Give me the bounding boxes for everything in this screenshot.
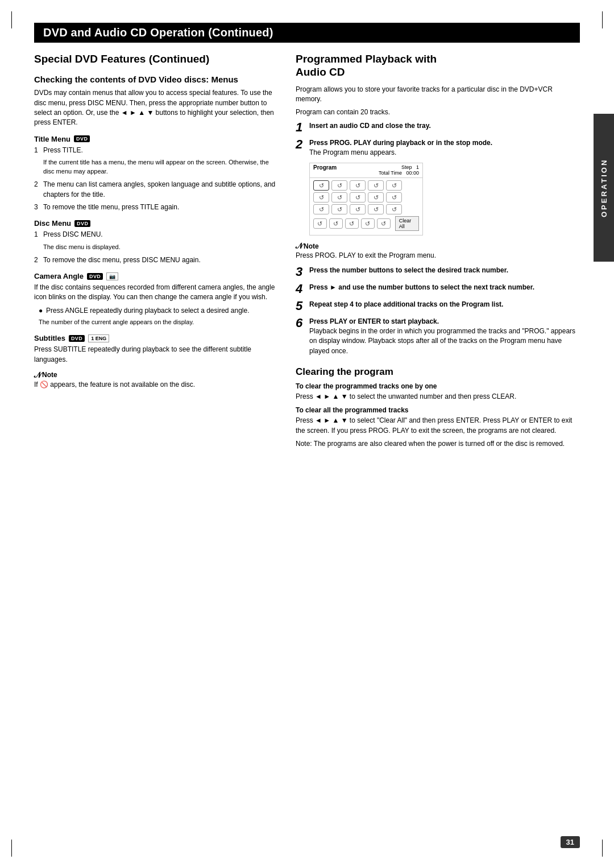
step-6-number: 6 — [296, 317, 306, 329]
step-4-text: Press ► and use the number buttons to se… — [309, 283, 534, 291]
item-text: Press DISC MENU. — [43, 230, 103, 238]
item-text: Press TITLE. — [43, 146, 83, 154]
item-num: 3 — [34, 202, 38, 212]
item-text: To remove the disc menu, press DISC MENU… — [43, 256, 201, 264]
prog-cell: ↺ — [345, 218, 359, 229]
note-label: Note — [42, 371, 57, 379]
disc-menu-item-1: 1 Press DISC MENU. — [34, 230, 279, 239]
clear-all-button[interactable]: Clear All — [395, 216, 419, 231]
program-row-1: ↺ ↺ ↺ ↺ ↺ — [313, 180, 419, 191]
step-6-text: Press PLAY or ENTER to start playback. — [309, 317, 439, 325]
prog-cell: ↺ — [313, 218, 327, 229]
step-label: Step — [401, 164, 412, 170]
step-2-row: 2 Press PROG. PLAY during playback or in… — [296, 138, 580, 158]
left-column: Special DVD Features (Continued) Checkin… — [34, 53, 279, 453]
bullet-dot-icon: ● — [39, 306, 43, 316]
clear-all-note: Note: The programs are also cleared when… — [296, 439, 580, 449]
item-num: 1 — [34, 146, 38, 155]
step-4-content: Press ► and use the number buttons to se… — [309, 283, 580, 292]
camera-angle-intro: If the disc contains sequences recorded … — [34, 283, 279, 303]
program-row-4: ↺ ↺ ↺ ↺ ↺ Clear All — [313, 216, 419, 231]
step-5-container: 5 Repeat step 4 to place additional trac… — [296, 300, 580, 312]
step-6-content: Press PLAY or ENTER to start playback. P… — [309, 317, 580, 357]
step-2-number: 2 — [296, 138, 306, 151]
step-6-sub: Playback begins in the order in which yo… — [309, 327, 575, 355]
disc-menu-dvd-badge: DVD — [74, 220, 90, 227]
right-note-icon: 𝒩 — [296, 241, 302, 251]
prog-cell: ↺ — [377, 218, 391, 229]
step-1-text: Insert an audio CD and close the tray. — [309, 122, 431, 130]
checking-subsection-title: Checking the contents of DVD Video discs… — [34, 74, 279, 85]
item-sub-text: If the current title has a menu, the men… — [43, 158, 279, 176]
clearing-title: Clearing the program — [296, 366, 580, 378]
disc-menu-label: Disc Menu — [34, 219, 71, 228]
camera-angle-bullet: ● Press ANGLE repeatedly during playback… — [34, 306, 279, 316]
page-header: DVD and Audio CD Operation (Continued) — [34, 23, 580, 43]
title-menu-item-1-sub: If the current title has a menu, the men… — [34, 158, 279, 176]
step-6-row: 6 Press PLAY or ENTER to start playback.… — [296, 317, 580, 357]
clear-one-by-one-text: Press ◄ ► ▲ ▼ to select the unwanted num… — [296, 392, 580, 402]
step-value: 1 — [416, 164, 419, 170]
step-2-container: 2 Press PROG. PLAY during playback or in… — [296, 138, 580, 235]
note-icon: 𝒩 — [34, 370, 40, 380]
program-row-3: ↺ ↺ ↺ ↺ ↺ — [313, 204, 419, 214]
prog-cell: ↺ — [386, 192, 402, 202]
bullet-sub-text: The number of the current angle appears … — [39, 318, 279, 327]
prog-cell: ↺ — [350, 204, 366, 214]
prog-cell: ↺ — [386, 204, 402, 214]
note-heading: 𝒩 Note — [34, 370, 279, 380]
step-1-container: 1 Insert an audio CD and close the tray. — [296, 121, 580, 134]
step-info: Step 1 Total Time 00:00 — [379, 164, 419, 177]
disc-menu-item-2: 2 To remove the disc menu, press DISC ME… — [34, 255, 279, 265]
title-menu-heading: Title Menu DVD — [34, 135, 279, 143]
prog-cell: ↺ — [313, 180, 329, 191]
right-column: Programmed Playback with Audio CD Progra… — [296, 53, 580, 453]
disc-menu-item-1-sub: The disc menu is displayed. — [34, 243, 279, 252]
right-intro-2: Program can contain 20 tracks. — [296, 108, 580, 117]
title-menu-dvd-badge: DVD — [74, 135, 90, 142]
subtitles-dvd-badge: DVD — [69, 335, 85, 342]
camera-angle-bullet-sub: The number of the current angle appears … — [34, 318, 279, 327]
prog-cell: ↺ — [331, 180, 347, 191]
step-5-content: Repeat step 4 to place additional tracks… — [309, 300, 580, 309]
title-menu-label: Title Menu — [34, 135, 70, 143]
step-5-number: 5 — [296, 300, 306, 312]
step-1-content: Insert an audio CD and close the tray. — [309, 121, 580, 131]
step-4-number: 4 — [296, 283, 306, 295]
step-4-row: 4 Press ► and use the number buttons to … — [296, 283, 580, 295]
step-3-content: Press the number buttons to select the d… — [309, 266, 580, 275]
camera-angle-label: Camera Angle — [34, 272, 84, 280]
prog-cell: ↺ — [331, 192, 347, 202]
program-menu-header: Program Step 1 Total Time 00:00 — [310, 163, 422, 179]
disc-menu-heading: Disc Menu DVD — [34, 219, 279, 228]
prog-cell: ↺ — [331, 204, 347, 214]
subtitles-icon: 1 ENG — [88, 334, 109, 342]
camera-angle-heading: Camera Angle DVD 📷 — [34, 272, 279, 280]
bullet-text: Press ANGLE repeatedly during playback t… — [46, 306, 250, 316]
item-text: The menu can list camera angles, spoken … — [43, 180, 275, 198]
note-text: If 🚫 appears, the feature is not availab… — [34, 380, 279, 390]
step-5-row: 5 Repeat step 4 to place additional trac… — [296, 300, 580, 312]
step-4-container: 4 Press ► and use the number buttons to … — [296, 283, 580, 295]
checking-intro: DVDs may contain menus that allow you to… — [34, 88, 279, 128]
step-2-content: Press PROG. PLAY during playback or in t… — [309, 138, 580, 158]
step-3-container: 3 Press the number buttons to select the… — [296, 266, 580, 278]
subtitles-label: Subtitles — [34, 334, 65, 342]
step-2-text-bold: Press PROG. PLAY during playback or in t… — [309, 139, 492, 147]
main-columns: Special DVD Features (Continued) Checkin… — [34, 53, 580, 453]
subtitles-note: 𝒩 Note If 🚫 appears, the feature is not … — [34, 370, 279, 390]
step-1-number: 1 — [296, 121, 306, 134]
right-note-label: Note — [304, 242, 319, 250]
step-1-row: 1 Insert an audio CD and close the tray. — [296, 121, 580, 134]
title-menu-item-1: 1 Press TITLE. — [34, 146, 279, 155]
clear-all-text: Press ◄ ► ▲ ▼ to select "Clear All" and … — [296, 416, 580, 436]
program-grid: ↺ ↺ ↺ ↺ ↺ ↺ ↺ ↺ ↺ ↺ — [310, 178, 422, 235]
item-num: 1 — [34, 230, 38, 239]
page: DVD and Audio CD Operation (Continued) S… — [0, 0, 614, 868]
total-time-label: Total Time — [379, 170, 402, 176]
total-time-value: 00:00 — [406, 170, 419, 176]
prog-cell: ↺ — [313, 192, 329, 202]
camera-icon: 📷 — [106, 272, 118, 280]
page-number: 31 — [561, 836, 580, 848]
program-label: Program — [313, 164, 337, 177]
